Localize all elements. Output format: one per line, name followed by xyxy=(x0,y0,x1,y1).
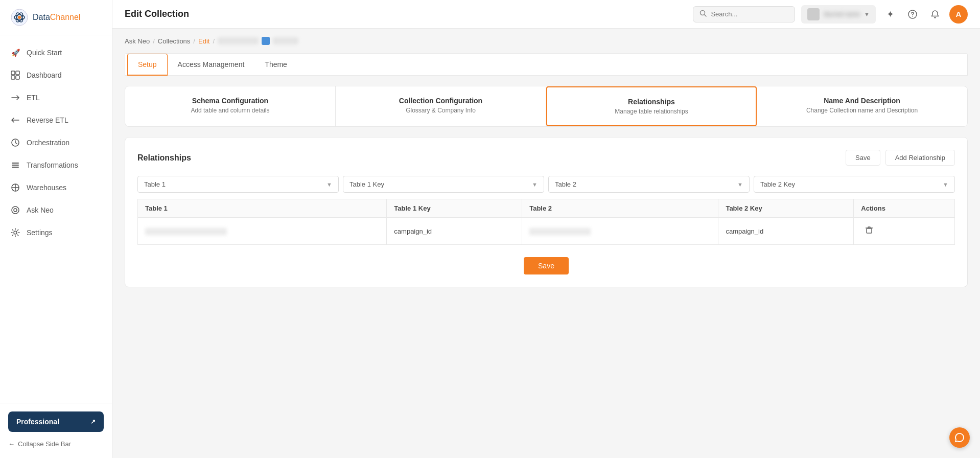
svg-rect-10 xyxy=(12,163,19,164)
sidebar-item-etl[interactable]: ETL xyxy=(0,86,112,109)
user-name-blurred: blurred name xyxy=(824,11,860,18)
save-outline-button[interactable]: Save xyxy=(846,150,880,166)
svg-line-20 xyxy=(705,14,707,16)
breadcrumb-extra xyxy=(273,37,298,44)
breadcrumb-collections[interactable]: Collections xyxy=(158,37,191,45)
professional-badge[interactable]: Professional ↗ xyxy=(8,411,104,432)
table-row: campaign_id campaign_id xyxy=(138,218,955,245)
page-title: Edit Collection xyxy=(125,9,189,19)
sidebar-label-transformations: Transformations xyxy=(27,161,78,169)
add-relationship-button[interactable]: Add Relationship xyxy=(885,150,955,166)
professional-label: Professional xyxy=(16,418,59,426)
svg-point-16 xyxy=(12,207,19,214)
svg-point-22 xyxy=(912,16,913,17)
table1key-filter-dropdown[interactable]: Table 1 Key ▼ xyxy=(343,176,544,193)
sidebar-label-dashboard: Dashboard xyxy=(27,71,62,79)
col-table2: Table 2 xyxy=(522,199,718,218)
chat-bubble-button[interactable] xyxy=(949,427,970,448)
delete-row-button[interactable] xyxy=(861,224,877,238)
table2-filter-label: Table 2 xyxy=(555,180,576,188)
table1-filter-dropdown[interactable]: Table 1 ▼ xyxy=(137,176,339,193)
user-dropdown[interactable]: blurred name ▼ xyxy=(801,5,876,24)
table2key-filter-dropdown[interactable]: Table 2 Key ▼ xyxy=(754,176,955,193)
svg-point-17 xyxy=(14,209,17,212)
panel-actions: Save Add Relationship xyxy=(846,150,955,166)
breadcrumb-edit[interactable]: Edit xyxy=(198,37,209,45)
sidebar-item-reverse-etl[interactable]: Reverse ETL xyxy=(0,109,112,131)
section-card-collection-config[interactable]: Collection Configuration Glossary & Comp… xyxy=(336,86,546,126)
section-card-name-description[interactable]: Name And Description Change Collection n… xyxy=(757,86,967,126)
sidebar: DataChannel 🚀 Quick Start Dashboard ETL … xyxy=(0,0,112,458)
save-row: Save xyxy=(137,257,955,274)
schema-config-title: Schema Configuration xyxy=(137,97,323,105)
panel-title: Relationships xyxy=(137,153,191,163)
collection-config-title: Collection Configuration xyxy=(348,97,533,105)
cell-table2 xyxy=(522,218,718,245)
sparkle-button[interactable]: ✦ xyxy=(882,6,898,22)
sidebar-item-warehouses[interactable]: Warehouses xyxy=(0,176,112,199)
help-button[interactable] xyxy=(904,6,921,22)
logo-text: DataChannel xyxy=(33,13,80,22)
svg-rect-5 xyxy=(11,71,15,75)
col-table1key: Table 1 Key xyxy=(387,199,522,218)
header: Edit Collection blurred name ▼ ✦ A xyxy=(112,0,980,29)
page-content: Ask Neo / Collections / Edit / Setup Acc… xyxy=(112,29,980,458)
settings-icon xyxy=(10,227,20,238)
section-card-schema-config[interactable]: Schema Configuration Add table and colum… xyxy=(125,86,336,126)
cell-table2key: campaign_id xyxy=(718,218,854,245)
save-bottom-button[interactable]: Save xyxy=(524,257,569,274)
search-input[interactable] xyxy=(711,10,788,18)
tab-access-management[interactable]: Access Management xyxy=(168,54,255,76)
sidebar-item-dashboard[interactable]: Dashboard xyxy=(0,64,112,86)
external-link-icon: ↗ xyxy=(90,418,96,425)
breadcrumb-ask-neo[interactable]: Ask Neo xyxy=(125,37,150,45)
col-table2key: Table 2 Key xyxy=(718,199,854,218)
svg-rect-11 xyxy=(12,165,19,166)
reverse-etl-icon xyxy=(10,115,20,125)
tab-theme[interactable]: Theme xyxy=(254,54,297,76)
table2key-chevron-icon: ▼ xyxy=(943,181,948,188)
main-tabs: Setup Access Management Theme xyxy=(125,54,967,76)
name-description-title: Name And Description xyxy=(769,97,955,105)
tab-setup[interactable]: Setup xyxy=(127,54,168,76)
svg-rect-23 xyxy=(867,228,872,233)
svg-rect-8 xyxy=(16,76,19,79)
etl-icon xyxy=(10,93,20,103)
sidebar-item-quick-start[interactable]: 🚀 Quick Start xyxy=(0,41,112,64)
notifications-button[interactable] xyxy=(927,6,943,22)
relationships-table: Table 1 Table 1 Key Table 2 Table 2 Key … xyxy=(137,199,955,245)
sidebar-item-ask-neo[interactable]: Ask Neo xyxy=(0,199,112,221)
user-avatar-small xyxy=(807,8,820,20)
orchestration-icon xyxy=(10,138,20,148)
table1-chevron-icon: ▼ xyxy=(326,181,332,188)
table1key-chevron-icon: ▼ xyxy=(532,181,538,188)
section-card-relationships[interactable]: Relationships Manage table relationships xyxy=(546,86,757,126)
sidebar-label-reverse-etl: Reverse ETL xyxy=(27,116,68,124)
transformations-icon xyxy=(10,160,20,170)
search-box[interactable] xyxy=(693,6,795,22)
cell-table1 xyxy=(138,218,387,245)
col-table1: Table 1 xyxy=(138,199,387,218)
user-avatar-main[interactable]: A xyxy=(949,5,968,24)
collapse-sidebar-button[interactable]: ← Collapse Side Bar xyxy=(8,438,104,450)
sidebar-label-quick-start: Quick Start xyxy=(27,49,62,57)
header-actions: blurred name ▼ ✦ A xyxy=(693,5,968,24)
breadcrumb: Ask Neo / Collections / Edit / xyxy=(125,37,968,45)
collapse-icon: ← xyxy=(8,440,15,448)
svg-rect-7 xyxy=(11,76,15,79)
sidebar-item-orchestration[interactable]: Orchestration xyxy=(0,131,112,154)
table2-chevron-icon: ▼ xyxy=(737,181,743,188)
logo-icon xyxy=(10,8,29,27)
relationships-subtitle: Manage table relationships xyxy=(559,108,743,115)
filter-row: Table 1 ▼ Table 1 Key ▼ Table 2 ▼ Table … xyxy=(137,176,955,193)
table2-filter-dropdown[interactable]: Table 2 ▼ xyxy=(548,176,750,193)
breadcrumb-collection-icon xyxy=(262,37,270,45)
sidebar-footer: Professional ↗ ← Collapse Side Bar xyxy=(0,403,112,458)
panel-header: Relationships Save Add Relationship xyxy=(137,150,955,166)
sidebar-label-warehouses: Warehouses xyxy=(27,184,66,192)
sidebar-item-transformations[interactable]: Transformations xyxy=(0,154,112,176)
breadcrumb-sep-1: / xyxy=(153,37,155,45)
table2-value-blurred xyxy=(529,228,591,235)
name-description-subtitle: Change Collection name and Description xyxy=(769,107,955,114)
sidebar-item-settings[interactable]: Settings xyxy=(0,221,112,244)
